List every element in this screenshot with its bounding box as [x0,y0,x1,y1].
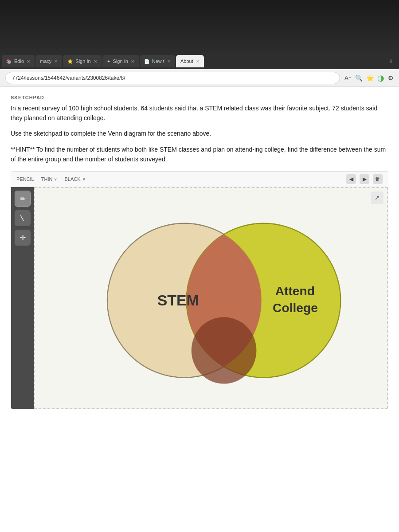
sketchpad-container: PENCIL THIN ∨ BLACK ∨ ◀ ▶ 🗑 [11,171,388,409]
use-sketchpad-paragraph: Use the sketchpad to complete the Venn d… [11,129,388,139]
tab-label: New t [152,59,164,64]
attend-label-line2: College [273,301,318,315]
move-tool-button[interactable]: ✛ [15,230,31,246]
tab-edio[interactable]: 📚 Edio ✕ [2,55,35,67]
tab-favicon: 📄 [144,59,149,64]
pencil-label: PENCIL [16,176,34,182]
thickness-label: THIN [41,176,53,182]
line-icon: / [19,214,27,222]
delete-button[interactable]: 🗑 [373,174,383,184]
url-bar[interactable]: 7724/lessons/1544642/variants/2300826/ta… [5,72,340,84]
tab-label: Edio [14,59,24,64]
redo-button[interactable]: ▶ [360,174,369,184]
toolbar-right-icons: ◀ ▶ 🗑 [346,174,383,184]
problem-paragraph: In a recent survey of 100 high school st… [11,104,388,123]
new-tab-button[interactable]: + [385,55,397,67]
color-selector[interactable]: BLACK ∨ [64,176,85,182]
settings-icon[interactable]: ⚙ [388,74,394,82]
color-label: BLACK [64,176,80,182]
tab-signin2[interactable]: ✦ Sign In ✕ [102,55,139,67]
hint-paragraph: **HINT** To find the number of students … [11,145,388,164]
tab-close-button[interactable]: ✕ [54,59,58,64]
address-icons: A↑ 🔍 ⭐ ◑ ⚙ [344,73,394,83]
tab-signin1[interactable]: ⭐ Sign In ✕ [63,55,101,67]
sketch-body: ✏ / ✛ ↗ [11,187,388,409]
undo-button[interactable]: ◀ [346,174,356,184]
address-bar: 7724/lessons/1544642/variants/2300826/ta… [0,69,399,87]
sketch-toolbar: PENCIL THIN ∨ BLACK ∨ ◀ ▶ 🗑 [11,172,388,187]
pencil-tool-button[interactable]: ✏ [15,191,31,207]
svg-point-5 [192,317,257,384]
tab-close-button[interactable]: ✕ [196,59,200,64]
stem-label: STEM [157,292,199,309]
pencil-icon: ✏ [20,195,26,203]
tab-favicon: 📚 [6,59,12,64]
tab-favicon: ⭐ [67,59,73,64]
attend-label-line1: Attend [275,284,315,298]
tab-label: macy [40,59,51,64]
main-content: SKETCHPAD In a recent survey of 100 high… [0,87,399,532]
canvas-area[interactable]: ↗ [34,187,388,409]
refresh-icon[interactable]: ◑ [377,73,384,83]
thickness-chevron: ∨ [54,177,57,181]
color-chevron: ∨ [82,177,86,181]
tab-close-button[interactable]: ✕ [131,59,134,64]
tab-label: Sign In [113,59,128,64]
line-tool-button[interactable]: / [15,210,31,226]
search-icon[interactable]: 🔍 [355,74,363,82]
url-text: 7724/lessons/1544642/variants/2300826/ta… [12,75,125,81]
bookmark-icon[interactable]: ⭐ [366,74,374,82]
tab-label: About [180,59,193,64]
tab-close-button[interactable]: ✕ [94,59,97,64]
venn-diagram: STEM Attend College [47,200,388,409]
sketchpad-label: SKETCHPAD [11,95,388,100]
pencil-tool-label: PENCIL [16,176,34,182]
left-tool-panel: ✏ / ✛ [11,187,34,409]
tab-about[interactable]: About ✕ [176,55,204,67]
top-dark-area [0,0,399,53]
tab-close-button[interactable]: ✕ [167,59,171,64]
reader-view-icon[interactable]: A↑ [344,74,352,82]
browser-chrome: 📚 Edio ✕ macy ✕ ⭐ Sign In ✕ ✦ Sign In ✕ … [0,53,399,87]
tab-bar: 📚 Edio ✕ macy ✕ ⭐ Sign In ✕ ✦ Sign In ✕ … [0,53,399,69]
tab-newt[interactable]: 📄 New t ✕ [140,55,175,67]
move-icon: ✛ [20,234,26,242]
tab-favicon: ✦ [107,59,110,64]
tab-close-button[interactable]: ✕ [27,59,30,64]
tab-macy[interactable]: macy ✕ [35,55,62,67]
tab-label: Sign In [75,59,90,64]
thickness-selector[interactable]: THIN ∨ [41,176,58,182]
